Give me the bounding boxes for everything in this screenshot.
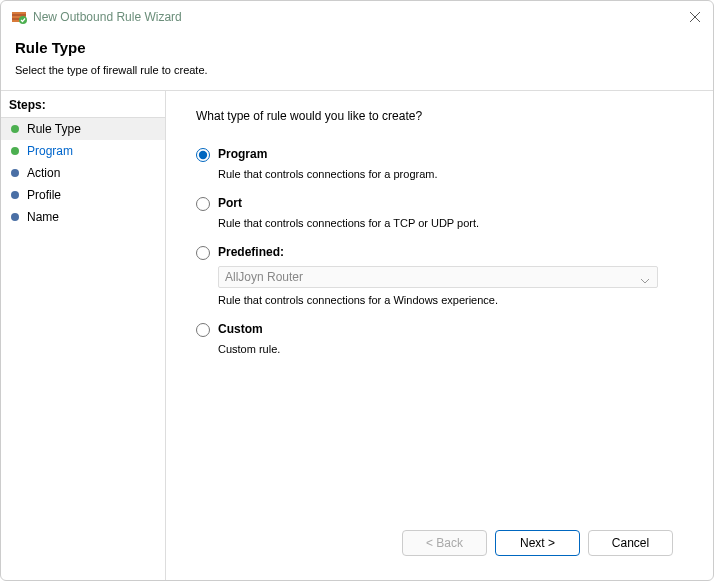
wizard-body: Steps: Rule Type Program Action Profile … [1,90,713,580]
radio-desc: Rule that controls connections for a pro… [218,168,689,180]
radio-port[interactable] [196,197,210,211]
step-rule-type[interactable]: Rule Type [1,118,165,140]
step-label: Name [27,210,59,224]
radio-label: Program [218,147,267,161]
titlebar: New Outbound Rule Wizard [1,1,713,31]
step-bullet-icon [11,213,19,221]
steps-heading: Steps: [1,95,165,118]
cancel-button[interactable]: Cancel [588,530,673,556]
radio-label: Predefined: [218,245,284,259]
step-label: Profile [27,188,61,202]
step-bullet-icon [11,147,19,155]
radio-custom[interactable] [196,323,210,337]
step-action[interactable]: Action [1,162,165,184]
step-program[interactable]: Program [1,140,165,162]
close-button[interactable] [687,9,703,25]
steps-sidebar: Steps: Rule Type Program Action Profile … [1,91,166,580]
option-custom: Custom [196,322,689,337]
radio-predefined[interactable] [196,246,210,260]
rule-type-options: Program Rule that controls connections f… [196,147,689,520]
firewall-icon [11,9,27,25]
main-panel: What type of rule would you like to crea… [166,91,713,580]
step-bullet-icon [11,191,19,199]
option-program: Program [196,147,689,162]
page-subtitle: Select the type of firewall rule to crea… [15,64,699,76]
radio-desc: Rule that controls connections for a Win… [218,294,689,306]
step-label: Action [27,166,60,180]
page-title: Rule Type [15,39,699,56]
radio-label: Port [218,196,242,210]
wizard-header: Rule Type Select the type of firewall ru… [1,31,713,90]
step-label: Rule Type [27,122,81,136]
radio-desc: Rule that controls connections for a TCP… [218,217,689,229]
step-bullet-icon [11,169,19,177]
step-profile[interactable]: Profile [1,184,165,206]
option-port: Port [196,196,689,211]
predefined-select[interactable] [218,266,658,288]
prompt-text: What type of rule would you like to crea… [196,109,689,123]
radio-label: Custom [218,322,263,336]
next-button[interactable]: Next > [495,530,580,556]
step-name[interactable]: Name [1,206,165,228]
step-bullet-icon [11,125,19,133]
back-button[interactable]: < Back [402,530,487,556]
step-label: Program [27,144,73,158]
svg-rect-1 [12,12,26,14]
window-title: New Outbound Rule Wizard [33,10,687,24]
radio-desc: Custom rule. [218,343,689,355]
radio-program[interactable] [196,148,210,162]
predefined-select-wrap [196,266,658,294]
wizard-footer: < Back Next > Cancel [196,520,689,570]
wizard-window: New Outbound Rule Wizard Rule Type Selec… [0,0,714,581]
option-predefined: Predefined: [196,245,689,260]
close-icon [689,11,701,23]
